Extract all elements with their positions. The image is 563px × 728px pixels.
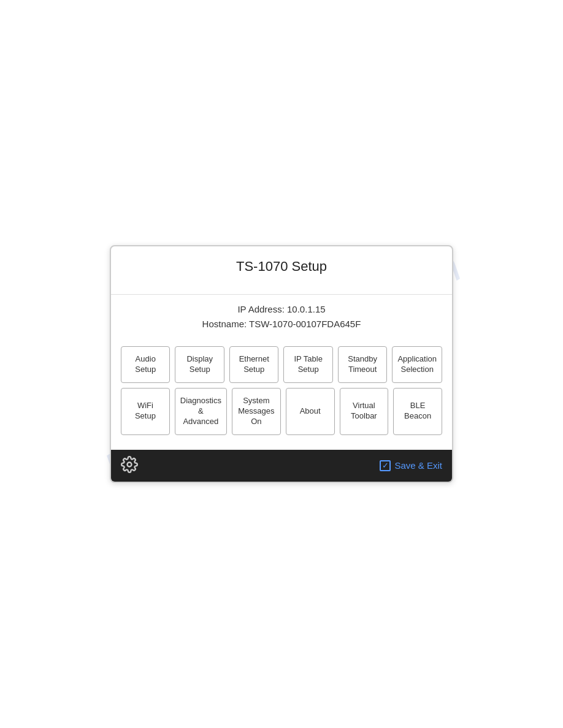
hostname-line: Hostname: TSW-1070-00107FDA645F: [121, 317, 442, 332]
check-mark: ✓: [382, 461, 389, 469]
diagnostics-advanced-button[interactable]: Diagnostics& Advanced: [175, 388, 227, 435]
system-messages-button[interactable]: SystemMessages On: [232, 388, 281, 435]
page-title: TS-1070 Setup: [121, 259, 442, 275]
standby-timeout-button[interactable]: StandbyTimeout: [338, 346, 387, 383]
header-section: TS-1070 Setup: [111, 246, 452, 295]
virtual-toolbar-button[interactable]: VirtualToolbar: [340, 388, 389, 435]
save-exit-label: Save & Exit: [394, 460, 442, 471]
about-button[interactable]: About: [286, 388, 335, 435]
button-row-2: WiFiSetupDiagnostics& AdvancedSystemMess…: [121, 388, 442, 435]
ip-value-text: 10.0.1.15: [287, 304, 326, 314]
ip-address-line: IP Address: 10.0.1.15: [121, 302, 442, 317]
display-setup-button[interactable]: DisplaySetup: [175, 346, 224, 383]
device-frame: TS-1070 Setup IP Address: 10.0.1.15 Host…: [110, 245, 453, 482]
svg-point-0: [128, 462, 132, 466]
wifi-setup-button[interactable]: WiFiSetup: [121, 388, 170, 435]
audio-setup-button[interactable]: AudioSetup: [121, 346, 170, 383]
save-checkbox-icon: ✓: [380, 460, 391, 471]
ip-label: IP Address:: [237, 304, 284, 314]
ethernet-setup-button[interactable]: EthernetSetup: [229, 346, 278, 383]
button-row-1: AudioSetupDisplaySetupEthernetSetupIP Ta…: [121, 346, 442, 383]
hostname-label: Hostname:: [202, 319, 247, 329]
footer-bar: ✓ Save & Exit: [111, 450, 452, 482]
gear-icon[interactable]: [121, 456, 138, 476]
buttons-section: AudioSetupDisplaySetupEthernetSetupIP Ta…: [111, 344, 452, 449]
ip-table-setup-button[interactable]: IP TableSetup: [283, 346, 332, 383]
info-section: IP Address: 10.0.1.15 Hostname: TSW-1070…: [111, 295, 452, 344]
hostname-value-text: TSW-1070-00107FDA645F: [249, 319, 361, 329]
save-exit-button[interactable]: ✓ Save & Exit: [380, 460, 442, 471]
ble-beacon-button[interactable]: BLEBeacon: [393, 388, 442, 435]
application-selection-button[interactable]: ApplicationSelection: [392, 346, 442, 383]
